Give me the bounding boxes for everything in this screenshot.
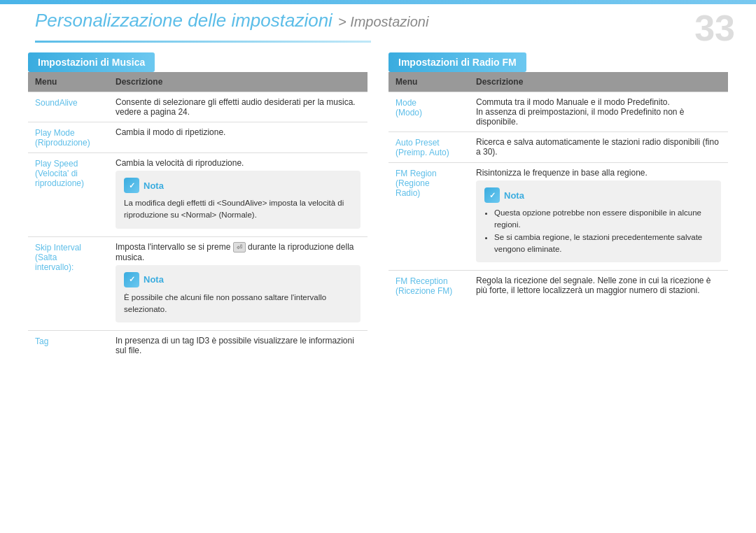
menu-cell: FM Region(RegioneRadio): [388, 163, 469, 271]
desc-cell: Commuta tra il modo Manuale e il modo Pr…: [469, 92, 728, 132]
table-row: Skip Interval(Saltaintervallo): Imposta …: [28, 236, 368, 331]
desc-cell: Cambia la velocità di riproduzione. ✓ No…: [108, 153, 368, 237]
note-box: ✓ Nota La modifica degli effetti di <Sou…: [115, 171, 360, 229]
desc-cell: In presenza di un tag ID3 è possibile vi…: [108, 331, 368, 361]
note-bullet: Se si cambia regione, le stazioni preced…: [494, 232, 713, 256]
menu-cell: Play Speed(Velocita' diriproduzione): [28, 153, 108, 237]
note-header: ✓ Nota: [124, 272, 352, 287]
desc-cell: Cambia il modo di ripetizione.: [108, 122, 368, 153]
right-panel: Impostazioni di Radio FM Menu Descrizion…: [388, 52, 728, 519]
right-table-header: Menu Descrizione: [388, 72, 728, 92]
left-col-menu: Menu: [28, 72, 108, 92]
menu-cell: Auto Preset(Preimp. Auto): [388, 132, 469, 163]
menu-cell: Mode(Modo): [388, 92, 469, 132]
desc-cell: Imposta l'intervallo se si preme ⏎ duran…: [108, 236, 368, 331]
desc-cell: Risintonizza le frequenze in base alla r…: [469, 163, 728, 271]
note-bullet: Questa opzione potrebbe non essere dispo…: [494, 207, 713, 232]
main-content: Impostazioni di Musica Menu Descrizione …: [28, 52, 728, 519]
table-row: Play Mode(Riproduzione) Cambia il modo d…: [28, 122, 368, 153]
right-section-header: Impostazioni di Radio FM: [388, 52, 526, 72]
desc-text: Imposta l'intervallo se si preme ⏎ duran…: [115, 242, 360, 262]
right-col-menu: Menu: [388, 72, 469, 92]
left-panel: Impostazioni di Musica Menu Descrizione …: [28, 52, 368, 519]
desc-text: Cambia la velocità di riproduzione.: [115, 158, 360, 168]
note-label: Nota: [504, 190, 524, 201]
menu-cell: Skip Interval(Saltaintervallo):: [28, 236, 108, 331]
table-row: FM Region(RegioneRadio) Risintonizza le …: [388, 163, 728, 271]
header: Personalizzazione delle impostazioni > I…: [35, 10, 721, 31]
menu-cell: FM Reception(Ricezione FM): [388, 271, 469, 301]
right-col-desc: Descrizione: [469, 72, 728, 92]
menu-cell: Play Mode(Riproduzione): [28, 122, 108, 153]
top-bar: [0, 0, 756, 4]
table-row: Auto Preset(Preimp. Auto) Ricerca e salv…: [388, 132, 728, 163]
note-text: La modifica degli effetti di <SoundAlive…: [124, 197, 352, 222]
desc-cell: Consente di selezionare gli effetti audi…: [108, 92, 368, 122]
desc-cell: Ricerca e salva automaticamente le stazi…: [469, 132, 728, 163]
note-icon: ✓: [124, 272, 139, 287]
table-row: SoundAlive Consente di selezionare gli e…: [28, 92, 368, 122]
note-bullets: Questa opzione potrebbe non essere dispo…: [484, 207, 713, 255]
note-icon: ✓: [124, 178, 139, 193]
note-header: ✓ Nota: [124, 178, 352, 193]
note-icon: ✓: [484, 187, 500, 203]
table-row: Mode(Modo) Commuta tra il modo Manuale e…: [388, 92, 728, 132]
desc-cell: Regola la ricezione del segnale. Nelle z…: [469, 271, 728, 301]
right-table: Menu Descrizione Mode(Modo) Commuta tra …: [388, 72, 728, 301]
desc-text: Risintonizza le frequenze in base alla r…: [476, 168, 721, 178]
menu-cell: SoundAlive: [28, 92, 108, 122]
table-row: Play Speed(Velocita' diriproduzione) Cam…: [28, 153, 368, 237]
header-title-sub: > Impostazioni: [338, 14, 429, 30]
menu-cell: Tag: [28, 331, 108, 361]
header-divider: [35, 41, 371, 43]
left-col-desc: Descrizione: [108, 72, 368, 92]
left-table-header: Menu Descrizione: [28, 72, 368, 92]
note-text: È possibile che alcuni file non possano …: [124, 292, 352, 316]
note-box: ✓ Nota È possibile che alcuni file non p…: [115, 265, 360, 323]
note-label: Nota: [144, 180, 164, 191]
note-box: ✓ Nota Questa opzione potrebbe non esser…: [476, 180, 721, 262]
left-table: Menu Descrizione SoundAlive Consente di …: [28, 72, 368, 360]
note-label: Nota: [144, 274, 164, 285]
left-section-header: Impostazioni di Musica: [28, 52, 155, 72]
note-header: ✓ Nota: [484, 187, 713, 203]
table-row: FM Reception(Ricezione FM) Regola la ric…: [388, 271, 728, 301]
table-row: Tag In presenza di un tag ID3 è possibil…: [28, 331, 368, 361]
keyboard-icon: ⏎: [233, 242, 246, 253]
header-title-main: Personalizzazione delle impostazioni: [35, 10, 332, 31]
